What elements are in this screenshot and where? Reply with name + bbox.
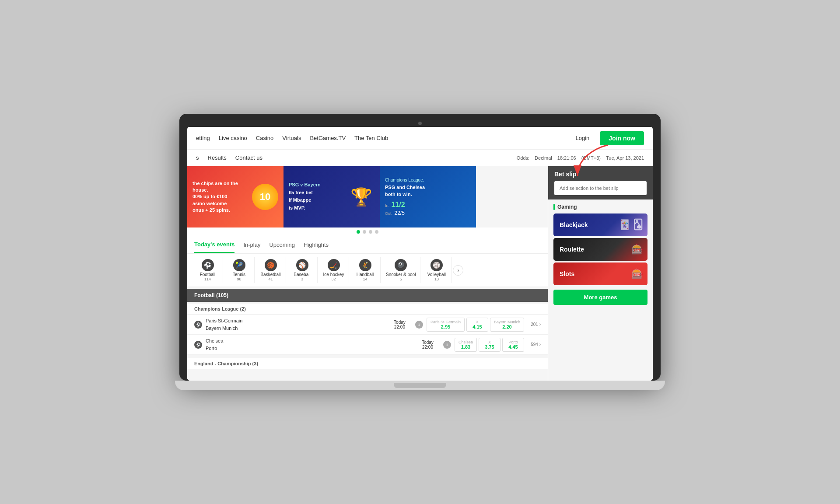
handball-label: Handball bbox=[357, 272, 374, 277]
login-button[interactable]: Login bbox=[570, 132, 595, 144]
home-label-2: Chelsea bbox=[458, 340, 473, 344]
nav-live-casino[interactable]: Live casino bbox=[219, 135, 247, 141]
away-odds-2[interactable]: Porto 4.45 bbox=[502, 338, 524, 352]
nav-s[interactable]: s bbox=[196, 154, 199, 161]
icehockey-icon: 🏒 bbox=[328, 259, 340, 271]
more-games-button[interactable]: More games bbox=[553, 290, 648, 305]
roulette-card[interactable]: Roulette 🎰 bbox=[553, 238, 648, 261]
sport-baseball[interactable]: ⚾ Baseball 3 bbox=[287, 257, 318, 283]
top-nav: etting Live casino Casino Virtuals BetGa… bbox=[187, 127, 653, 150]
away-odds-1[interactable]: Bayern Munich 2.20 bbox=[490, 318, 524, 332]
nav-results[interactable]: Results bbox=[208, 154, 227, 161]
tab-todays-events[interactable]: Today's events bbox=[194, 237, 234, 253]
championship-header: England - Championship (3) bbox=[187, 358, 548, 369]
match-more-2[interactable]: 594 › bbox=[528, 342, 541, 347]
sub-section-champions: Champions League (2) ⚽ Paris St-Germain … bbox=[187, 302, 548, 357]
draw-value-1: 4.15 bbox=[472, 324, 482, 329]
sport-snooker[interactable]: 🎱 Snooker & pool 5 bbox=[382, 257, 420, 283]
gaming-label: Gaming bbox=[553, 204, 648, 210]
tab-upcoming[interactable]: Upcoming bbox=[269, 237, 295, 252]
time-display: 18:21:06 bbox=[557, 155, 576, 161]
nav-ten-club[interactable]: The Ten Club bbox=[354, 135, 388, 141]
slots-decoration: 🎰 bbox=[631, 268, 643, 280]
basketball-count: 41 bbox=[268, 277, 273, 281]
dot-4[interactable] bbox=[375, 230, 378, 234]
nav-casino[interactable]: Casino bbox=[256, 135, 273, 141]
match-teams-1: Paris St-Germain Bayern Munich bbox=[206, 317, 384, 332]
section-header-football: Football (105) bbox=[187, 289, 548, 302]
basketball-label: Basketball bbox=[260, 272, 280, 277]
match-sport-icon: ⚽ bbox=[194, 321, 202, 329]
icehockey-count: 32 bbox=[331, 277, 336, 281]
baseball-label: Baseball bbox=[294, 272, 310, 277]
draw-odds-1[interactable]: X 4.15 bbox=[466, 318, 488, 332]
secondary-nav-links: s Results Contact us bbox=[196, 154, 506, 161]
home-value-2: 1.83 bbox=[461, 344, 470, 350]
banner-promo-3[interactable]: Champions League. PSG and Chelsea both t… bbox=[380, 166, 476, 228]
match-time-2: Today 22:00 bbox=[416, 340, 440, 350]
banner3-odds-out: 22/5 bbox=[394, 210, 404, 216]
sport-football[interactable]: ⚽ Football 114 bbox=[192, 257, 223, 283]
sport-handball[interactable]: 🤾 Handball 14 bbox=[350, 257, 381, 283]
dot-3[interactable] bbox=[369, 230, 372, 234]
home-odds-1[interactable]: Paris St-Germain 2.95 bbox=[427, 318, 465, 332]
timezone-display: (GMT+3) bbox=[581, 155, 601, 161]
match-info-icon-2[interactable]: ℹ bbox=[443, 341, 451, 349]
sport-tennis[interactable]: 🎾 Tennis 98 bbox=[224, 257, 255, 283]
join-now-button[interactable]: Join now bbox=[600, 131, 644, 145]
main-content: the chips are on the house. 00% up to €1… bbox=[187, 166, 653, 381]
sport-volleyball[interactable]: 🏐 Volleyball 13 bbox=[421, 257, 452, 283]
bet-slip-empty-text: Add selection to the bet slip bbox=[554, 181, 647, 195]
sport-icehockey[interactable]: 🏒 Ice hockey 32 bbox=[318, 257, 349, 283]
odds-type[interactable]: Decimal bbox=[535, 155, 552, 161]
secondary-nav-right: Odds: Decimal 18:21:06 (GMT+3) Tue, Apr … bbox=[517, 155, 644, 161]
sport-basketball[interactable]: 🏀 Basketball 41 bbox=[256, 257, 286, 283]
slots-card[interactable]: Slots 🎰 bbox=[553, 262, 648, 285]
nav-betting[interactable]: etting bbox=[196, 135, 210, 141]
nav-virtuals[interactable]: Virtuals bbox=[282, 135, 301, 141]
sports-nav-next[interactable]: › bbox=[453, 265, 463, 276]
banner3-odds-in-label: In: bbox=[385, 203, 389, 208]
event-tabs: Today's events In-play Upcoming Highligh… bbox=[187, 236, 548, 254]
banner3-title: Champions League. bbox=[385, 178, 471, 182]
bet-slip: Bet slip Add selection to the bet slip bbox=[548, 166, 653, 200]
nav-betgames[interactable]: BetGames.TV bbox=[310, 135, 346, 141]
banner-dots bbox=[187, 228, 548, 236]
football-icon: ⚽ bbox=[202, 259, 214, 271]
away-value-2: 4.45 bbox=[508, 344, 518, 350]
snooker-count: 5 bbox=[400, 277, 402, 281]
match-section: Football (105) Champions League (2) ⚽ Pa… bbox=[187, 287, 548, 373]
blackjack-label: Blackjack bbox=[560, 221, 588, 228]
nav-contact[interactable]: Contact us bbox=[235, 154, 262, 161]
right-panel: Bet slip Add selection to the bet slip G… bbox=[548, 166, 653, 381]
banner2-title: PSG v Bayern bbox=[289, 182, 346, 187]
blackjack-card[interactable]: Blackjack 🃏 🂡 bbox=[553, 214, 648, 236]
nav-links: etting Live casino Casino Virtuals BetGa… bbox=[196, 135, 560, 141]
banner2-trophy: 🏆 bbox=[348, 182, 374, 212]
banner-area: the chips are on the house. 00% up to €1… bbox=[187, 166, 548, 228]
table-row: ⚽ Chelsea Porto Today 22:00 ℹ bbox=[187, 335, 548, 355]
icehockey-label: Ice hockey bbox=[323, 272, 344, 277]
team1-psg: Paris St-Germain bbox=[206, 317, 384, 325]
match-more-1[interactable]: 201 › bbox=[528, 322, 541, 327]
home-odds-2[interactable]: Chelsea 1.83 bbox=[455, 338, 477, 352]
table-row: ⚽ Paris St-Germain Bayern Munich Today 2… bbox=[187, 315, 548, 335]
left-panel: the chips are on the house. 00% up to €1… bbox=[187, 166, 548, 381]
draw-odds-2[interactable]: X 3.75 bbox=[479, 338, 500, 352]
draw-label-2: X bbox=[483, 340, 497, 344]
tab-inplay[interactable]: In-play bbox=[243, 237, 260, 252]
tennis-count: 98 bbox=[237, 277, 241, 281]
match-teams-2: Chelsea Porto bbox=[206, 337, 412, 352]
match-sport-icon-2: ⚽ bbox=[194, 341, 202, 349]
tab-highlights[interactable]: Highlights bbox=[304, 237, 329, 252]
dot-2[interactable] bbox=[363, 230, 366, 234]
match-info-icon-1[interactable]: ℹ bbox=[415, 321, 423, 329]
handball-count: 14 bbox=[363, 277, 367, 281]
bet-slip-title: Bet slip bbox=[554, 171, 647, 178]
dot-1[interactable] bbox=[357, 230, 360, 234]
secondary-nav: s Results Contact us Odds: Decimal 18:21… bbox=[187, 150, 653, 166]
banner-promo-1[interactable]: the chips are on the house. 00% up to €1… bbox=[187, 166, 284, 228]
banner3-odds-out-label: Out: bbox=[385, 211, 392, 216]
banner-promo-2[interactable]: PSG v Bayern €5 free bet if Mbappe is MV… bbox=[284, 166, 380, 228]
draw-value-2: 3.75 bbox=[485, 344, 494, 350]
